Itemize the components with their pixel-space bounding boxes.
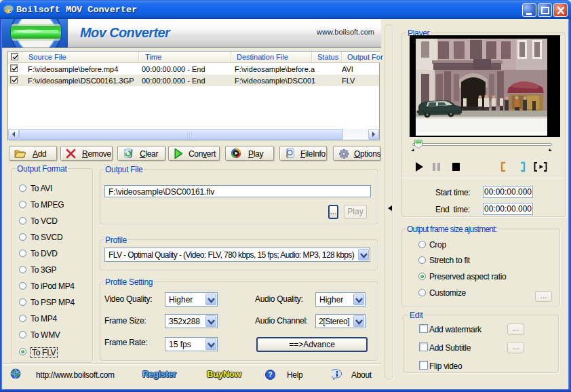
svg-text:?: ?	[268, 371, 272, 378]
